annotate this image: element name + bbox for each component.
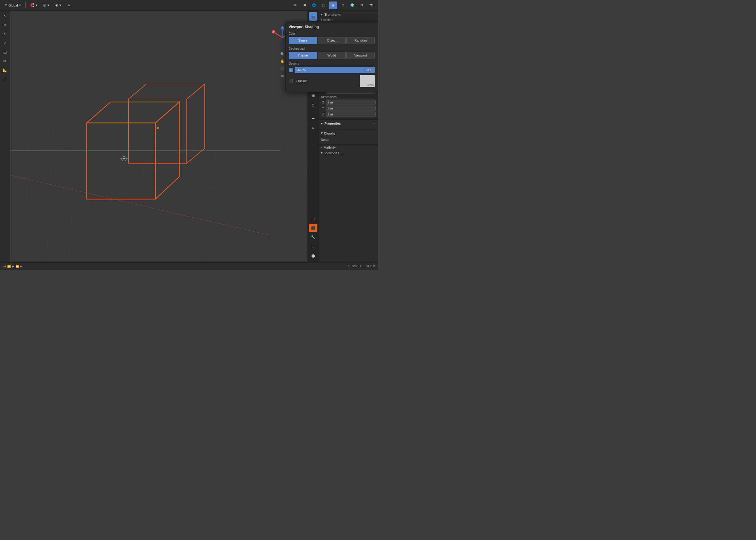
waveform-btn[interactable]: ∿ [65,2,72,8]
zoom-in-btn[interactable]: 🔍 [279,51,286,58]
properties-header[interactable]: ▾ Properties ··· [321,121,376,126]
solid-btn[interactable]: ◉ [329,1,337,9]
dim-y-row: Y 2 m [321,105,376,111]
properties-section: ▾ Properties ··· [319,120,378,129]
scale-tool[interactable]: ⤢ [1,39,9,47]
material-preview-btn[interactable]: ⊞ [339,1,347,9]
outline-row: Outline Amou [289,75,375,87]
camera-view-btn[interactable]: 🎥 [279,65,286,72]
svg-point-54 [281,45,284,48]
svg-line-20 [114,100,126,262]
grid-view-btn[interactable]: ⊞ [279,72,286,79]
bg-theme-btn[interactable]: Theme [289,52,317,59]
svg-line-17 [46,100,54,262]
amou-preview: Amou [360,75,375,87]
select-tool[interactable]: ↖ [1,12,9,20]
viewport-eye-btn[interactable]: 👁 [291,1,299,9]
svg-line-24 [203,100,221,262]
properties-dots[interactable]: ··· [373,121,376,126]
clouds-section: ▾ Clouds Noise [319,129,378,145]
color-label: Color [289,32,375,35]
svg-line-26 [248,100,269,262]
annotate-tool[interactable]: ✏ [1,57,9,65]
transform-orientation[interactable]: ⟲ Global ▾ [2,2,23,8]
properties-data-icon[interactable]: ▣ [309,91,317,99]
svg-line-32 [30,139,269,202]
properties-material-icon[interactable]: ⬡ [309,101,317,109]
start-value[interactable]: 1 [360,265,361,268]
step-forward-btn[interactable]: ⏩ [16,265,19,268]
proportional-edit[interactable]: ◎ ▾ [41,2,52,8]
measure-tool[interactable]: 📐 [1,66,9,74]
dim-y-field[interactable]: 2 m [326,105,376,111]
prop-icon-4[interactable]: ↕ [309,242,317,251]
transform-pivot[interactable]: ◉ ▾ [53,2,63,8]
viewport-display-row[interactable]: ▾ Viewport D... [319,150,378,156]
transform-tool[interactable]: ⊞ [1,48,9,56]
start-info: Start 1 [352,265,361,268]
color-single-btn[interactable]: Single [289,37,317,44]
bg-viewport-btn[interactable]: Viewport [346,52,375,59]
bg-world-btn[interactable]: World [318,52,346,59]
prop-icon-1[interactable]: ⬚ [309,214,317,223]
wireframe-btn[interactable]: ⬚ [319,1,328,9]
rotate-tool[interactable]: ↻ [1,30,9,38]
visibility-expand-icon: › [321,146,322,149]
viewport-filter-btn[interactable]: ✱ [300,1,309,9]
prop-icon-3[interactable]: 🔧 [309,233,317,241]
svg-line-50 [274,32,282,38]
move-tool[interactable]: ✥ [1,21,9,29]
svg-line-25 [226,100,245,262]
timeline-icon: ⏮ [3,265,6,268]
options-label: Options [289,62,375,65]
svg-line-18 [69,100,78,262]
svg-line-22 [159,100,173,262]
clouds-header[interactable]: ▾ Clouds [321,131,376,135]
xray-row: ✓ X-Ray 1.000 [289,67,375,73]
hand-tool-btn[interactable]: ✋ [279,58,286,65]
left-toolbar: ↖ ✥ ↻ ⤢ ⊞ ✏ 📐 + [0,11,10,262]
dim-z-field[interactable]: 2 m [326,111,376,117]
dim-x-field[interactable]: 2 m [326,99,376,105]
collapse-icon: ▾ [321,13,323,16]
frame-info: 1 [348,265,350,268]
background-btn-group: Theme World Viewport [289,52,375,59]
prop-icon-5[interactable]: ⬤ [309,251,317,260]
overlay-btn[interactable]: ⚙ [358,1,366,9]
end-value[interactable]: 250 [370,265,375,268]
clouds-icon[interactable]: ☁ [309,114,317,122]
rendered-btn[interactable]: 🌍 [348,1,357,9]
bottom-sections: › Visibility ▾ Viewport D... [319,145,378,156]
noise-icon[interactable]: ≋ [309,123,317,132]
color-object-btn[interactable]: Object [318,37,346,44]
chevron-down-icon: ▾ [19,3,21,7]
svg-text:Z: Z [281,27,283,29]
chevron-down-icon: ▾ [48,3,49,7]
dy-label: Y [321,107,325,110]
svg-point-43 [157,127,159,129]
playback-controls: ⏮ ⏪ ▶ ⏩ ⏭ [3,265,23,268]
viewport-shading-popup: Viewport Shading Color Single Object Ran… [285,22,378,92]
prop-icon-2[interactable]: ⬛ [309,224,317,232]
proportional-icon: ◎ [43,3,46,7]
snap-button[interactable]: 🧲 ▾ [28,2,40,8]
color-random-btn[interactable]: Random [346,37,375,44]
xray-value-bar[interactable]: X-Ray 1.000 [295,67,375,73]
add-tool[interactable]: + [1,75,9,83]
dim-x-row: X 2 m [321,99,376,105]
amou-label: Amou [366,83,375,87]
outline-checkbox[interactable] [289,79,293,83]
transform-title: Transform [325,13,341,16]
step-back-btn[interactable]: ⏪ [7,265,11,268]
chevron-down-icon: ▾ [36,3,37,7]
outline-label: Outline [296,79,307,83]
viewport-render-btn[interactable]: 🌐 [310,1,318,9]
properties-scene-icon[interactable]: 🎬 [309,12,317,21]
visibility-row[interactable]: › Visibility [319,145,378,150]
viewport-display-expand-icon: ▾ [321,151,323,155]
frame-number: 1 [348,265,350,268]
camera-icon-btn[interactable]: 📷 [367,1,376,9]
xray-checkbox[interactable]: ✓ [289,68,293,72]
dim-z-row: Z 2 m [321,111,376,117]
play-btn[interactable]: ▶ [12,265,14,268]
